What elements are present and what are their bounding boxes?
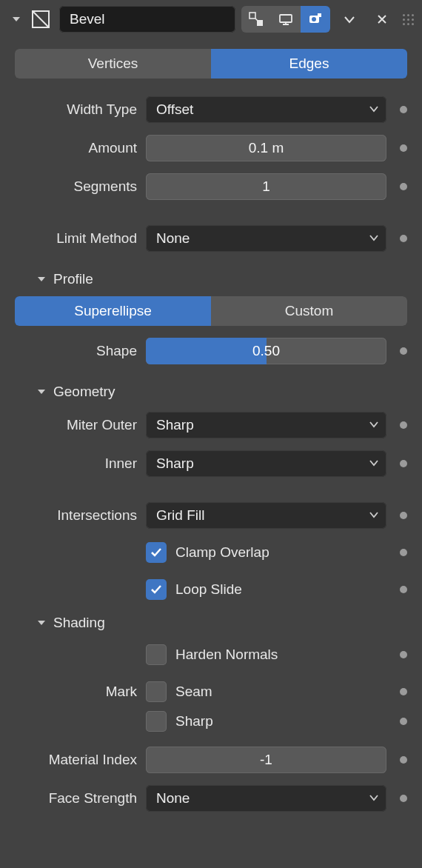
property-override-dot[interactable] [400, 347, 407, 355]
miter-inner-select[interactable]: Sharp [146, 450, 386, 477]
mark-seam-label: Seam [175, 684, 212, 700]
miter-outer-value: Sharp [156, 417, 194, 433]
modifier-name-input[interactable]: Bevel [59, 6, 235, 33]
shading-section-header[interactable]: Shading [15, 604, 407, 640]
svg-rect-3 [257, 20, 263, 26]
width-type-label: Width Type [15, 101, 137, 118]
drag-handle-icon[interactable] [401, 14, 415, 25]
property-override-dot[interactable] [400, 235, 407, 242]
tab-superellipse[interactable]: Superellipse [15, 296, 211, 326]
material-index-value: -1 [260, 752, 272, 768]
property-override-dot[interactable] [400, 718, 407, 725]
chevron-down-icon [369, 417, 379, 433]
tab-edges[interactable]: Edges [211, 49, 407, 79]
realtime-visibility-icon[interactable] [271, 6, 301, 33]
svg-line-4 [255, 19, 258, 21]
profile-tabs: Superellipse Custom [15, 296, 407, 326]
visibility-buttons [241, 6, 330, 33]
property-override-dot[interactable] [400, 106, 407, 113]
face-strength-label: Face Strength [15, 790, 137, 807]
tab-edges-label: Edges [289, 56, 329, 72]
material-index-label: Material Index [15, 752, 137, 768]
width-type-value: Offset [156, 101, 193, 118]
amount-label: Amount [15, 140, 137, 156]
property-override-dot[interactable] [400, 688, 407, 695]
modifier-header: Bevel [0, 0, 422, 39]
geometry-section-header[interactable]: Geometry [15, 373, 407, 409]
tab-superellipse-label: Superellipse [74, 303, 152, 319]
miter-outer-select[interactable]: Sharp [146, 412, 386, 438]
property-override-dot[interactable] [400, 460, 407, 467]
loop-slide-label: Loop Slide [175, 581, 242, 598]
mark-label: Mark [15, 684, 137, 700]
profile-section-header[interactable]: Profile [15, 261, 407, 296]
clamp-overlap-checkbox[interactable] [146, 542, 167, 563]
limit-method-value: None [156, 230, 190, 247]
property-override-dot[interactable] [400, 756, 407, 764]
svg-line-1 [33, 11, 49, 27]
intersections-label: Intersections [15, 507, 137, 524]
editmode-visibility-icon[interactable] [241, 6, 271, 33]
mark-sharp-checkbox[interactable] [146, 711, 167, 732]
close-icon[interactable] [369, 6, 395, 33]
clamp-overlap-label: Clamp Overlap [175, 544, 269, 561]
chevron-down-icon [369, 507, 379, 524]
shape-slider[interactable]: 0.50 [146, 338, 386, 364]
chevron-down-icon [369, 790, 379, 807]
render-visibility-icon[interactable] [301, 6, 330, 33]
svg-point-9 [312, 17, 316, 21]
bevel-modifier-icon [28, 7, 53, 32]
property-override-dot[interactable] [400, 421, 407, 429]
amount-value: 0.1 m [249, 140, 284, 156]
harden-normals-label: Harden Normals [175, 647, 278, 663]
harden-normals-checkbox[interactable] [146, 644, 167, 665]
property-override-dot[interactable] [400, 512, 407, 519]
property-override-dot[interactable] [400, 549, 407, 556]
extras-menu-chevron-icon[interactable] [336, 6, 363, 33]
chevron-down-icon [369, 101, 379, 118]
loop-slide-checkbox[interactable] [146, 579, 167, 600]
shape-label: Shape [15, 343, 137, 359]
svg-rect-5 [280, 15, 292, 22]
segments-label: Segments [15, 178, 137, 195]
segments-value: 1 [262, 178, 270, 195]
property-override-dot[interactable] [400, 651, 407, 658]
limit-method-select[interactable]: None [146, 225, 386, 252]
shape-value: 0.50 [146, 338, 386, 364]
mark-seam-checkbox[interactable] [146, 681, 167, 702]
svg-rect-2 [249, 13, 255, 19]
miter-inner-label: Inner [15, 455, 137, 472]
tab-custom-label: Custom [285, 303, 333, 319]
miter-outer-label: Miter Outer [15, 417, 137, 433]
property-override-dot[interactable] [400, 144, 407, 152]
geometry-section-title: Geometry [53, 384, 115, 400]
profile-section-title: Profile [53, 271, 93, 287]
bevel-modifier-panel: Bevel [0, 0, 422, 868]
segments-field[interactable]: 1 [146, 173, 386, 200]
svg-rect-10 [318, 13, 321, 17]
panel-disclosure[interactable] [10, 13, 22, 25]
chevron-down-icon [369, 230, 379, 247]
chevron-down-icon [369, 455, 379, 472]
intersections-value: Grid Fill [156, 507, 204, 524]
width-type-select[interactable]: Offset [146, 96, 386, 123]
property-override-dot[interactable] [400, 183, 407, 190]
tab-vertices-label: Vertices [88, 56, 138, 72]
shading-section-title: Shading [53, 615, 105, 631]
mark-sharp-label: Sharp [175, 713, 213, 730]
property-override-dot[interactable] [400, 586, 407, 593]
tab-custom[interactable]: Custom [211, 296, 407, 326]
material-index-field[interactable]: -1 [146, 747, 386, 773]
limit-method-label: Limit Method [15, 230, 137, 247]
property-override-dot[interactable] [400, 795, 407, 802]
modifier-name-text: Bevel [70, 11, 105, 27]
affect-tabs: Vertices Edges [15, 49, 407, 79]
face-strength-value: None [156, 790, 190, 807]
miter-inner-value: Sharp [156, 455, 194, 472]
tab-vertices[interactable]: Vertices [15, 49, 211, 79]
intersections-select[interactable]: Grid Fill [146, 502, 386, 529]
amount-field[interactable]: 0.1 m [146, 135, 386, 161]
face-strength-select[interactable]: None [146, 785, 386, 812]
